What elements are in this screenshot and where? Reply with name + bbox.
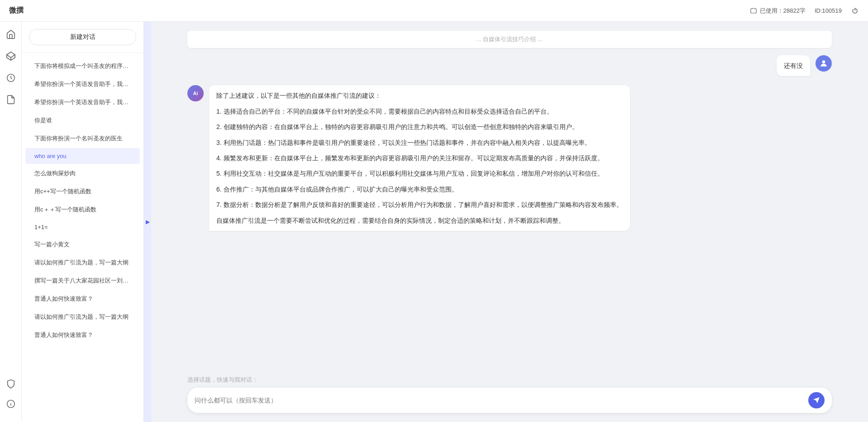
usage-icon bbox=[750, 7, 757, 14]
truncated-text: ... 自媒体引流技巧介绍 ... bbox=[477, 36, 543, 43]
file-icon[interactable] bbox=[4, 92, 18, 107]
sidebar-item[interactable]: 用c++写一个随机函数 bbox=[25, 183, 140, 200]
clock-icon[interactable] bbox=[4, 71, 18, 85]
sidebar-item[interactable]: 怎么做狗屎炒肉 bbox=[25, 165, 140, 182]
input-box bbox=[187, 388, 832, 413]
send-button[interactable] bbox=[808, 392, 825, 408]
sidebar-list: 下面你将模拟成一个叫圣友的程序员，我说...希望你扮演一个英语发音助手，我提供给… bbox=[22, 53, 143, 422]
shield-icon[interactable] bbox=[4, 377, 18, 391]
ai-paragraph: 3. 利用热门话题：热门话题和事件是吸引用户的重要途径，可以关注一些热门话题和事… bbox=[216, 138, 623, 148]
icon-rail bbox=[0, 22, 22, 422]
sidebar-item[interactable]: 写一篇小黄文 bbox=[25, 236, 140, 253]
truncated-message: ... 自媒体引流技巧介绍 ... bbox=[187, 31, 832, 48]
sidebar-item[interactable]: 撰写一篇关于八大家花园社区一刘钟便民生... bbox=[25, 272, 140, 289]
send-icon bbox=[813, 397, 820, 404]
ai-paragraph: 除了上述建议，以下是一些其他的自媒体推广引流的建议： bbox=[216, 91, 623, 101]
svg-rect-0 bbox=[751, 9, 756, 13]
ai-paragraph: 7. 数据分析：数据分析是了解用户反馈和喜好的重要途径，可以分析用户行为和数据，… bbox=[216, 200, 623, 210]
chat-input[interactable] bbox=[195, 397, 804, 404]
info-icon[interactable] bbox=[4, 397, 18, 411]
ai-paragraph: 4. 频繁发布和更新：在自媒体平台上，频繁发布和更新的内容更容易吸引用户的关注和… bbox=[216, 153, 623, 163]
power-button[interactable] bbox=[851, 7, 859, 15]
sidebar-item[interactable]: 普通人如何快速致富？ bbox=[25, 326, 140, 344]
sidebar-header: 新建对话 bbox=[22, 22, 143, 53]
user-avatar bbox=[816, 55, 832, 72]
svg-point-9 bbox=[822, 60, 825, 63]
ai-message-bubble: 除了上述建议，以下是一些其他的自媒体推广引流的建议：1. 选择适合自己的平台：不… bbox=[209, 85, 630, 231]
sidebar-item[interactable]: 用c＋＋写一个随机函数 bbox=[25, 201, 140, 218]
sidebar-item[interactable]: who are you bbox=[25, 148, 140, 164]
sidebar-item[interactable]: 1+1= bbox=[25, 219, 140, 235]
user-id: ID:100519 bbox=[815, 7, 842, 14]
sidebar-item[interactable]: 请以如何推广引流为题，写一篇大纲 bbox=[25, 308, 140, 326]
ai-paragraph: 2. 创建独特的内容：在自媒体平台上，独特的内容更容易吸引用户的注意力和共鸣。可… bbox=[216, 122, 623, 132]
sidebar-item[interactable]: 希望你扮演一个英语发音助手，我提供给你... bbox=[25, 76, 140, 93]
topbar: 微撰 已使用：28822字 ID:100519 bbox=[0, 0, 868, 22]
new-chat-button[interactable]: 新建对话 bbox=[29, 29, 136, 45]
usage-text: 已使用：28822字 bbox=[760, 7, 806, 15]
ai-paragraph: 自媒体推广引流是一个需要不断尝试和优化的过程，需要结合自身的实际情况，制定合适的… bbox=[216, 216, 623, 225]
user-message-bubble: 还有没 bbox=[777, 55, 810, 76]
ai-paragraph: 6. 合作推广：与其他自媒体平台或品牌合作推广，可以扩大自己的曝光率和受众范围。 bbox=[216, 184, 623, 194]
app-title: 微撰 bbox=[9, 6, 24, 15]
sidebar-item[interactable]: 你是谁 bbox=[25, 112, 140, 129]
chat-area: ... 自媒体引流技巧介绍 ... 还有没 Ai 除了上述建议，以下是一些 bbox=[151, 22, 868, 422]
collapse-sidebar-button[interactable]: ▶ bbox=[144, 22, 151, 422]
sidebar-item[interactable]: 下面你将扮演一个名叫圣友的医生 bbox=[25, 130, 140, 147]
user-message-row: 还有没 bbox=[187, 55, 832, 76]
sidebar-item[interactable]: 请以如何推广引流为题，写一篇大纲 bbox=[25, 254, 140, 271]
user-message-text: 还有没 bbox=[784, 62, 803, 69]
ai-avatar: Ai bbox=[187, 85, 204, 101]
chat-messages: ... 自媒体引流技巧介绍 ... 还有没 Ai 除了上述建议，以下是一些 bbox=[151, 22, 868, 370]
topbar-right: 已使用：28822字 ID:100519 bbox=[750, 7, 859, 15]
home-icon[interactable] bbox=[4, 27, 18, 42]
box-icon[interactable] bbox=[4, 49, 18, 63]
ai-paragraph: 5. 利用社交互动：社交媒体是与用户互动的重要平台，可以积极利用社交媒体与用户互… bbox=[216, 168, 623, 178]
chat-input-area: 选择话题，快速与我对话： bbox=[151, 370, 868, 422]
usage-display: 已使用：28822字 bbox=[750, 7, 806, 15]
sidebar: 新建对话 下面你将模拟成一个叫圣友的程序员，我说...希望你扮演一个英语发音助手… bbox=[22, 22, 144, 422]
quick-topics-label: 选择话题，快速与我对话： bbox=[187, 376, 832, 384]
sidebar-item[interactable]: 普通人如何快速致富？ bbox=[25, 290, 140, 307]
ai-paragraph: 1. 选择适合自己的平台：不同的自媒体平台针对的受众不同，需要根据自己的内容特点… bbox=[216, 106, 623, 116]
sidebar-item[interactable]: 下面你将模拟成一个叫圣友的程序员，我说... bbox=[25, 58, 140, 75]
main-layout: 新建对话 下面你将模拟成一个叫圣友的程序员，我说...希望你扮演一个英语发音助手… bbox=[0, 22, 868, 422]
sidebar-item[interactable]: 希望你扮演一个英语发音助手，我提供给你... bbox=[25, 94, 140, 111]
ai-message-row: Ai 除了上述建议，以下是一些其他的自媒体推广引流的建议：1. 选择适合自己的平… bbox=[187, 85, 832, 231]
